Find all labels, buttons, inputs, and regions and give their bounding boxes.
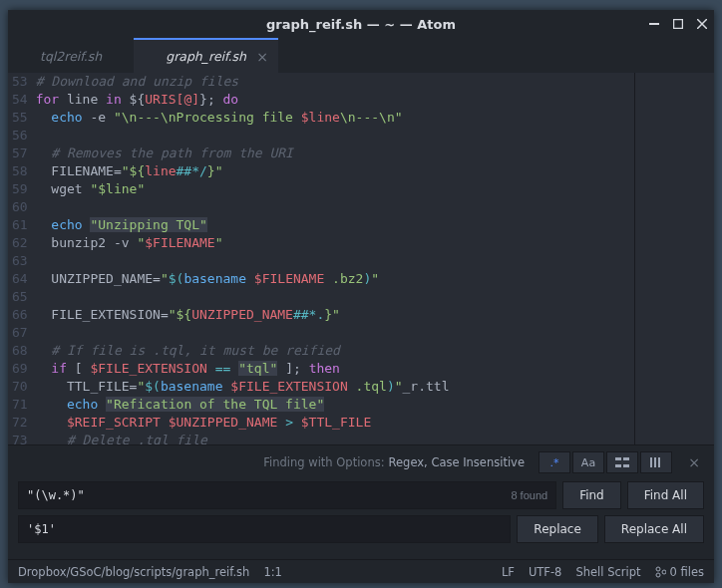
selection-toggle[interactable] xyxy=(606,451,638,473)
find-options-text: Regex, Case Insensitive xyxy=(389,455,525,469)
close-find-panel-icon[interactable]: × xyxy=(684,452,704,472)
svg-point-13 xyxy=(662,570,666,574)
svg-rect-8 xyxy=(650,457,652,467)
find-input-value: "(\w.*)" xyxy=(27,488,85,502)
tab-tql2reif[interactable]: tql2reif.sh xyxy=(8,40,134,73)
app-window: graph_reif.sh — ~ — Atom tql2reif.sh gra… xyxy=(8,10,714,583)
svg-rect-6 xyxy=(615,464,621,467)
svg-rect-1 xyxy=(674,20,683,29)
status-eol[interactable]: LF xyxy=(502,565,515,579)
line-number: 68 xyxy=(12,342,28,360)
minimap[interactable] xyxy=(634,73,714,444)
replace-all-button[interactable]: Replace All xyxy=(604,515,704,543)
editor[interactable]: 5354555657585960616263646566676869707172… xyxy=(8,73,714,444)
svg-rect-4 xyxy=(615,457,621,460)
find-info: Finding with Options: Regex, Case Insens… xyxy=(18,451,704,473)
line-number: 53 xyxy=(12,73,28,91)
svg-point-11 xyxy=(656,567,660,571)
code-line[interactable]: echo -e "\n---\nProcessing file $line\n-… xyxy=(36,109,634,127)
find-option-buttons: .* Aa xyxy=(539,451,672,473)
titlebar: graph_reif.sh — ~ — Atom xyxy=(8,10,714,38)
regex-toggle[interactable]: .* xyxy=(539,451,570,473)
selection-icon xyxy=(615,457,629,467)
whole-word-toggle[interactable] xyxy=(640,451,672,473)
close-window-button[interactable] xyxy=(694,17,710,31)
line-number: 62 xyxy=(12,234,28,252)
case-toggle[interactable]: Aa xyxy=(572,451,604,473)
line-number: 54 xyxy=(12,91,28,109)
tab-label: tql2reif.sh xyxy=(40,49,102,64)
wholeword-icon xyxy=(649,456,663,468)
code-line[interactable]: FILENAME="${line##*/}" xyxy=(36,162,634,180)
close-tab-icon[interactable]: × xyxy=(256,49,268,65)
line-number: 67 xyxy=(12,324,28,342)
line-number: 64 xyxy=(12,270,28,288)
status-grammar[interactable]: Shell Script xyxy=(575,565,640,579)
line-number: 65 xyxy=(12,288,28,306)
code-line[interactable] xyxy=(36,127,634,145)
line-number: 73 xyxy=(12,432,28,444)
find-count: 8 found xyxy=(511,489,547,501)
code-line[interactable]: UNZIPPED_NAME="$(basename $FILENAME .bz2… xyxy=(36,270,634,288)
code-line[interactable] xyxy=(36,324,634,342)
replace-button[interactable]: Replace xyxy=(517,515,597,543)
code-line[interactable]: echo "Unzipping TQL" xyxy=(36,216,634,234)
code-line[interactable]: # Download and unzip files xyxy=(36,73,634,91)
line-number: 60 xyxy=(12,198,28,216)
code-line[interactable]: wget "$line" xyxy=(36,180,634,198)
git-icon xyxy=(655,566,666,578)
code-line[interactable]: $REIF_SCRIPT $UNZIPPED_NAME > $TTL_FILE xyxy=(36,414,634,432)
statusbar: Dropbox/GSoC/blog/scripts/graph_reif.sh … xyxy=(8,559,714,583)
line-number: 66 xyxy=(12,306,28,324)
code-line[interactable]: # Removes the path from the URI xyxy=(36,145,634,162)
gutter: 5354555657585960616263646566676869707172… xyxy=(8,73,36,444)
svg-rect-9 xyxy=(654,457,656,467)
find-button[interactable]: Find xyxy=(562,481,621,509)
line-number: 71 xyxy=(12,396,28,414)
line-number: 72 xyxy=(12,414,28,432)
find-replace-panel: Finding with Options: Regex, Case Insens… xyxy=(8,444,714,559)
status-git[interactable]: 0 files xyxy=(655,565,704,579)
code-line[interactable]: # Delete .tql file xyxy=(36,432,634,444)
find-info-prefix: Finding with Options: xyxy=(263,455,384,469)
line-number: 58 xyxy=(12,162,28,180)
find-input[interactable]: "(\w.*)" 8 found xyxy=(18,481,556,509)
tab-label: graph_reif.sh xyxy=(166,49,246,64)
replace-row: '$1' Replace Replace All xyxy=(18,515,704,543)
find-all-button[interactable]: Find All xyxy=(627,481,704,509)
status-path[interactable]: Dropbox/GSoC/blog/scripts/graph_reif.sh xyxy=(18,565,249,579)
window-title: graph_reif.sh — ~ — Atom xyxy=(266,17,456,32)
line-number: 63 xyxy=(12,252,28,270)
svg-rect-0 xyxy=(649,23,659,25)
svg-rect-10 xyxy=(658,457,660,467)
svg-rect-7 xyxy=(623,464,629,467)
code-line[interactable]: for line in ${URIS[@]}; do xyxy=(36,91,634,109)
code-line[interactable]: TTL_FILE="$(basename $FILE_EXTENSION .tq… xyxy=(36,378,634,396)
line-number: 57 xyxy=(12,145,28,162)
code-line[interactable] xyxy=(36,288,634,306)
find-row: "(\w.*)" 8 found Find Find All xyxy=(18,481,704,509)
code-line[interactable]: FILE_EXTENSION="${UNZIPPED_NAME##*.}" xyxy=(36,306,634,324)
tabbar: tql2reif.sh graph_reif.sh × xyxy=(8,38,714,73)
line-number: 69 xyxy=(12,360,28,378)
code-line[interactable]: if [ $FILE_EXTENSION == "tql" ]; then xyxy=(36,360,634,378)
svg-rect-5 xyxy=(623,457,629,460)
status-encoding[interactable]: UTF-8 xyxy=(529,565,562,579)
tab-graph-reif[interactable]: graph_reif.sh × xyxy=(134,38,278,73)
code-line[interactable]: # If file is .tql, it must be reified xyxy=(36,342,634,360)
code-line[interactable]: bunzip2 -v "$FILENAME" xyxy=(36,234,634,252)
minimize-button[interactable] xyxy=(646,17,662,31)
line-number: 55 xyxy=(12,109,28,127)
line-number: 59 xyxy=(12,180,28,198)
code-line[interactable]: echo "Refication of the TQL file" xyxy=(36,396,634,414)
window-controls xyxy=(646,10,710,38)
line-number: 56 xyxy=(12,127,28,145)
status-cursor[interactable]: 1:1 xyxy=(263,565,282,579)
replace-input-value: '$1' xyxy=(27,522,56,536)
code-line[interactable] xyxy=(36,198,634,216)
replace-input[interactable]: '$1' xyxy=(18,515,511,543)
code-line[interactable] xyxy=(36,252,634,270)
line-number: 70 xyxy=(12,378,28,396)
maximize-button[interactable] xyxy=(670,17,686,31)
code-area[interactable]: # Download and unzip filesfor line in ${… xyxy=(36,73,634,444)
